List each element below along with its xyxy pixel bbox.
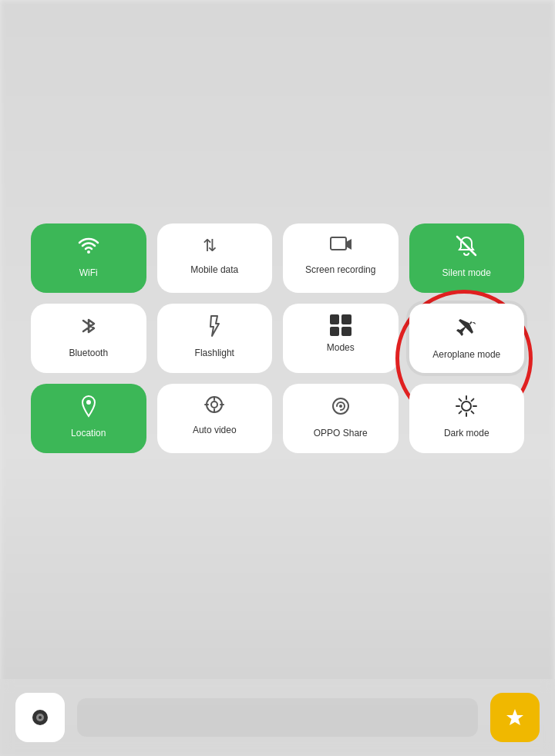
tile-modes-label: Modes bbox=[327, 342, 355, 354]
tile-silent-mode-label: Silent mode bbox=[442, 267, 491, 280]
tile-screen-recording-label: Screen recording bbox=[305, 264, 375, 277]
tile-bluetooth[interactable]: Bluetooth bbox=[31, 304, 146, 373]
tile-bluetooth-label: Bluetooth bbox=[69, 348, 108, 360]
svg-point-7 bbox=[86, 400, 91, 405]
silent-mode-icon bbox=[455, 234, 478, 261]
svg-point-15 bbox=[39, 716, 42, 719]
screen-recording-icon bbox=[329, 234, 352, 258]
svg-line-6 bbox=[457, 237, 476, 255]
dark-mode-icon bbox=[455, 395, 478, 422]
bottom-app-icon-2[interactable] bbox=[490, 693, 540, 742]
bottom-bar bbox=[0, 679, 555, 756]
modes-icon bbox=[330, 314, 352, 336]
tile-auto-video-label: Auto video bbox=[193, 425, 237, 437]
svg-point-3 bbox=[87, 250, 90, 254]
svg-point-12 bbox=[462, 402, 471, 411]
tile-modes[interactable]: Modes bbox=[283, 304, 399, 373]
tile-screen-recording[interactable]: Screen recording bbox=[283, 223, 399, 293]
mobile-data-icon: ⇅ bbox=[203, 234, 226, 258]
flashlight-icon bbox=[205, 314, 224, 341]
oppo-share-icon bbox=[329, 395, 352, 422]
bottom-app-icon-1[interactable] bbox=[15, 693, 65, 742]
tile-wifi-label: WiFi bbox=[79, 267, 98, 280]
bottom-bar-spacer bbox=[77, 698, 478, 737]
tile-mobile-data-label: Mobile data bbox=[190, 264, 238, 277]
aeroplane-icon bbox=[454, 314, 479, 343]
tile-dark-mode-label: Dark mode bbox=[444, 428, 489, 440]
tile-mobile-data[interactable]: ⇅ Mobile data bbox=[157, 223, 273, 293]
svg-text:⇅: ⇅ bbox=[203, 236, 217, 254]
tile-wifi[interactable]: WiFi bbox=[31, 223, 146, 293]
tile-location[interactable]: Location bbox=[31, 384, 146, 453]
tile-dark-mode[interactable]: Dark mode bbox=[409, 384, 525, 453]
bluetooth-icon bbox=[80, 314, 97, 341]
tile-location-label: Location bbox=[71, 428, 106, 440]
tile-silent-mode[interactable]: Silent mode bbox=[409, 223, 525, 293]
tile-flashlight-label: Flashlight bbox=[195, 348, 234, 360]
location-icon bbox=[79, 395, 98, 422]
tile-aeroplane-wrapper: Aeroplane mode bbox=[409, 304, 525, 373]
tile-aeroplane-mode[interactable]: Aeroplane mode bbox=[409, 304, 525, 373]
svg-rect-5 bbox=[331, 237, 346, 250]
svg-point-11 bbox=[339, 405, 342, 408]
tile-auto-video[interactable]: Auto video bbox=[157, 384, 273, 453]
tile-oppo-share[interactable]: OPPO Share bbox=[283, 384, 399, 453]
tile-aeroplane-label: Aeroplane mode bbox=[432, 349, 500, 361]
tile-oppo-share-label: OPPO Share bbox=[314, 428, 368, 440]
tile-flashlight[interactable]: Flashlight bbox=[157, 304, 273, 373]
wifi-icon bbox=[77, 234, 100, 261]
auto-video-icon bbox=[203, 395, 226, 418]
svg-point-9 bbox=[211, 402, 217, 408]
